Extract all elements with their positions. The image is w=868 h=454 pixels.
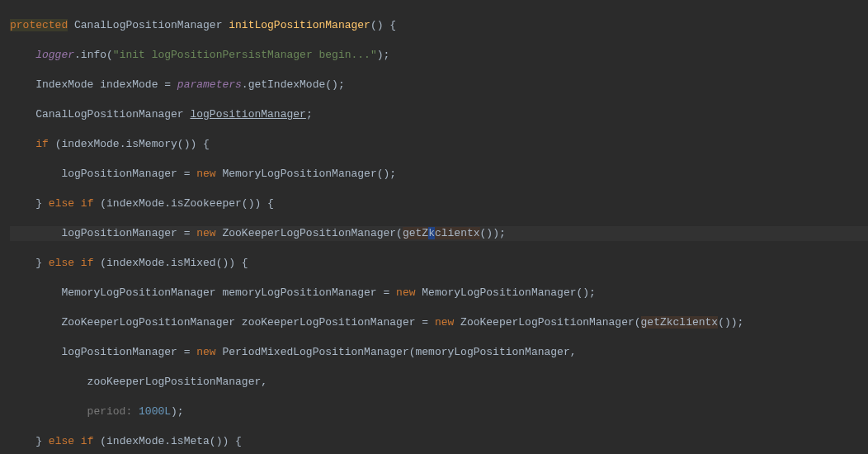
code-line: } else if (indexMode.isMeta()) { xyxy=(10,434,868,449)
var-logpositionmanager: logPositionManager xyxy=(190,108,305,121)
string-literal: "init logPositionPersistManager begin...… xyxy=(113,49,377,61)
code-line: zooKeeperLogPositionManager, xyxy=(10,375,868,390)
keyword-protected: protected xyxy=(10,19,68,31)
code-line: if (indexMode.isMemory()) { xyxy=(10,137,868,152)
code-line: logPositionManager = new PeriodMixedLogP… xyxy=(10,345,868,360)
code-editor[interactable]: protected CanalLogPositionManager initLo… xyxy=(0,0,868,454)
code-line: protected CanalLogPositionManager initLo… xyxy=(10,18,868,33)
code-line: MemoryLogPositionManager memoryLogPositi… xyxy=(10,286,868,300)
code-line: CanalLogPositionManager logPositionManag… xyxy=(10,107,868,122)
field-parameters: parameters xyxy=(177,78,242,91)
code-line: } else if (indexMode.isZookeeper()) { xyxy=(10,196,868,211)
inlay-hint: period: xyxy=(10,405,139,418)
usage-getzkclientx: getZkclientx xyxy=(403,227,480,239)
code-line: period: 1000L); xyxy=(10,404,868,419)
code-line: ZooKeeperLogPositionManager zooKeeperLog… xyxy=(10,315,868,330)
code-line: logger.info("init logPositionPersistMana… xyxy=(10,48,868,63)
text-caret: k xyxy=(428,227,435,239)
field-logger: logger xyxy=(35,49,74,61)
usage-getzkclientx: getZkclientx xyxy=(641,316,719,329)
number-literal: 1000L xyxy=(139,405,171,418)
code-line: IndexMode indexMode = parameters.getInde… xyxy=(10,78,868,92)
code-line: } else if (indexMode.isMixed()) { xyxy=(10,256,868,271)
code-line-highlighted: logPositionManager = new ZooKeeperLogPos… xyxy=(10,226,868,241)
code-line: logPositionManager = new MemoryLogPositi… xyxy=(10,167,868,182)
method-name: initLogPositionManager xyxy=(229,19,370,31)
